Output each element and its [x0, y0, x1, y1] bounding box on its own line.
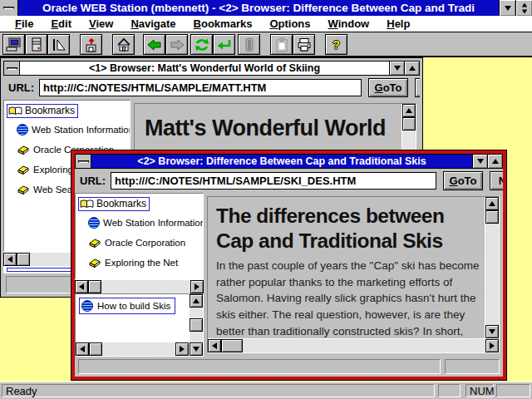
- window1-url-label: URL:: [8, 81, 34, 94]
- window2-document-heading: The differences between Cap and Traditio…: [216, 204, 480, 254]
- window2-maximize-button[interactable]: [487, 155, 502, 168]
- scroll-left-button[interactable]: [75, 280, 88, 293]
- browser-window-2[interactable]: <2> Browser: Difference Between Cap and …: [71, 150, 507, 381]
- globe-icon: [81, 300, 93, 312]
- window2-document[interactable]: The differences between Cap and Traditio…: [207, 196, 500, 353]
- status-cell-empty-1: [438, 384, 461, 397]
- window2-minimize-icon: [477, 159, 484, 164]
- scroll-down-button[interactable]: [190, 342, 203, 356]
- scrollbar-thumb[interactable]: [88, 280, 101, 293]
- server-button[interactable]: [25, 34, 47, 55]
- system-menu-button[interactable]: [0, 0, 18, 16]
- scrollbar-thumb[interactable]: [190, 318, 203, 332]
- forward-button[interactable]: [165, 34, 188, 55]
- scroll-up-button[interactable]: [190, 294, 203, 308]
- book-icon: [17, 144, 30, 155]
- scroll-right-button[interactable]: [175, 342, 189, 356]
- window2-pages-vscrollbar[interactable]: [189, 294, 203, 356]
- window2-content-area: The differences between Cap and Traditio…: [204, 193, 503, 357]
- window2-pages-hscrollbar[interactable]: [76, 342, 189, 356]
- clipboard-button[interactable]: [270, 34, 293, 55]
- drafting-button[interactable]: [47, 34, 70, 55]
- window1-maximize-button[interactable]: [404, 62, 419, 75]
- window1-minimize-button[interactable]: [389, 62, 404, 75]
- book-icon: [88, 257, 101, 268]
- window2-url-label: URL:: [80, 175, 106, 187]
- help-button[interactable]: ?: [325, 34, 347, 55]
- scroll-left-button[interactable]: [76, 342, 89, 356]
- bookmark-web-station-information[interactable]: Web Station Information: [7, 120, 130, 140]
- computer-icon: [6, 37, 22, 52]
- menu-help[interactable]: Help: [378, 17, 419, 30]
- scrollbar-thumb[interactable]: [221, 339, 243, 352]
- scroll-down-button[interactable]: [485, 325, 499, 338]
- menubar: File Edit View Navigate Bookmarks Option…: [0, 16, 532, 32]
- mdi-workspace: <1> Browser: Matt's Wonderful World of S…: [0, 57, 532, 382]
- scroll-up-button[interactable]: [402, 104, 416, 117]
- window1-goto-button[interactable]: GoTo: [368, 78, 408, 97]
- window1-bookmarks-header[interactable]: Bookmarks: [7, 104, 78, 118]
- window2-new-button[interactable]: New: [490, 171, 503, 190]
- home-button[interactable]: [112, 34, 135, 55]
- status-message: Ready: [2, 384, 435, 397]
- reload-icon: [194, 37, 210, 52]
- main-titlebar: Oracle WEB Station (mbennett) - <2> Brow…: [0, 0, 532, 16]
- scrollbar-thumb[interactable]: [402, 117, 416, 131]
- window1-minimize-icon: [394, 66, 401, 71]
- window1-system-menu-button[interactable]: [4, 62, 20, 75]
- save-upload-button[interactable]: [80, 34, 102, 55]
- scroll-left-button[interactable]: [3, 253, 17, 266]
- window1-selected-item[interactable]: [7, 268, 71, 272]
- home-icon: [116, 37, 132, 52]
- scroll-left-button[interactable]: [208, 339, 221, 352]
- bookmark-exploring-the-net[interactable]: Exploring the Net: [78, 253, 203, 273]
- window2-bookmarks-header[interactable]: Bookmarks: [78, 197, 150, 211]
- window1-new-button[interactable]: New: [415, 78, 420, 97]
- reload-button[interactable]: [190, 34, 213, 55]
- server-icon: [28, 37, 45, 52]
- scroll-right-button[interactable]: [485, 339, 499, 352]
- menu-file[interactable]: File: [7, 17, 42, 30]
- menu-bookmarks[interactable]: Bookmarks: [185, 17, 262, 30]
- restore-button[interactable]: [515, 0, 532, 16]
- menu-edit[interactable]: Edit: [42, 17, 81, 30]
- window1-url-input[interactable]: [39, 79, 362, 96]
- bookmark-oracle-corporation[interactable]: Oracle Corporation: [78, 233, 203, 253]
- window2-minimize-button[interactable]: [472, 155, 487, 168]
- back-button[interactable]: [143, 34, 165, 55]
- window2-statusbar: [75, 357, 503, 377]
- print-button[interactable]: [293, 34, 315, 55]
- window1-system-menu-icon: [7, 67, 17, 70]
- window2-content-vscrollbar[interactable]: [485, 197, 499, 338]
- page-item-how-to-build-skis[interactable]: How to build Skis: [79, 298, 175, 314]
- window1-titlebar[interactable]: <1> Browser: Matt's Wonderful World of S…: [3, 61, 420, 76]
- window2-bookmarks-panel: Bookmarks Web Station Information Oracle…: [75, 193, 204, 279]
- computer-button[interactable]: [2, 34, 25, 55]
- window2-content-hscrollbar[interactable]: [208, 338, 499, 352]
- print-icon: [296, 37, 313, 52]
- scroll-up-button[interactable]: [485, 197, 499, 210]
- minimize-button[interactable]: [499, 0, 515, 16]
- restore-icon: [521, 2, 528, 14]
- bookmark-web-searchers[interactable]: Web Searchers: [78, 273, 203, 279]
- return-button[interactable]: [213, 34, 235, 55]
- window2-url-row: URL: GoTo New: [75, 169, 503, 193]
- window1-title: <1> Browser: Matt's Wonderful World of S…: [20, 62, 389, 75]
- menu-navigate[interactable]: Navigate: [122, 17, 185, 30]
- menu-window[interactable]: Window: [320, 17, 379, 30]
- window2-titlebar[interactable]: <2> Browser: Difference Between Cap and …: [75, 154, 503, 169]
- scrollbar-thumb[interactable]: [17, 253, 30, 266]
- window2-url-input[interactable]: [111, 172, 436, 190]
- window2-bookmarks-hscrollbar[interactable]: [75, 279, 204, 293]
- window2-system-menu-button[interactable]: [76, 155, 91, 168]
- menu-view[interactable]: View: [81, 17, 122, 30]
- scrollbar-thumb[interactable]: [89, 342, 102, 356]
- scroll-right-button[interactable]: [190, 280, 204, 293]
- open-book-icon: [8, 106, 22, 116]
- stoplight-button[interactable]: [238, 34, 260, 55]
- bookmark-web-station-information[interactable]: Web Station Information: [78, 213, 203, 233]
- menu-options[interactable]: Options: [261, 17, 319, 30]
- scrollbar-thumb[interactable]: [485, 210, 499, 224]
- window2-goto-button[interactable]: GoTo: [443, 171, 483, 190]
- forward-icon: [169, 37, 185, 52]
